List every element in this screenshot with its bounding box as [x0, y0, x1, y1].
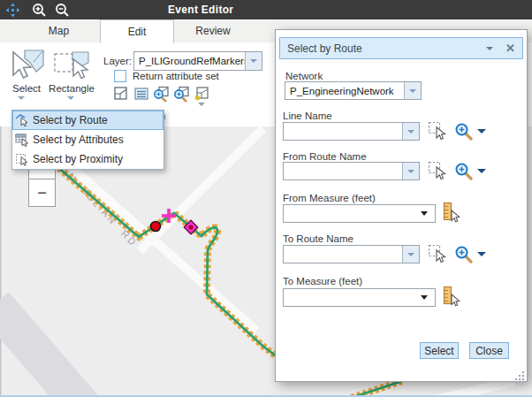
close-button[interactable]: Close — [469, 342, 509, 359]
from-route-zoom-icon[interactable] — [454, 162, 474, 181]
return-attribute-set-label: Return attribute set — [133, 71, 219, 81]
select-by-route-icon — [15, 113, 29, 127]
from-measure-label: From Measure (feet) — [283, 193, 376, 203]
layer-label: Layer: — [103, 56, 132, 66]
menu-item-select-by-attributes[interactable]: Select by Attributes — [12, 130, 163, 149]
to-measure-combo-caret[interactable] — [421, 295, 428, 300]
tab-map[interactable]: Map — [18, 19, 100, 42]
tab-edit-label: Edit — [128, 26, 147, 38]
from-route-select-on-map-icon[interactable] — [428, 161, 446, 181]
magenta-diamond-center — [188, 225, 193, 229]
zoom-to-selected-tool-icon[interactable] — [153, 86, 170, 103]
to-measure-label: To Measure (feet) — [283, 276, 362, 286]
line-name-combo[interactable] — [283, 122, 420, 141]
rectangle-tool-icon[interactable] — [51, 48, 92, 81]
app-title: Event Editor — [168, 4, 233, 16]
pan-icon[interactable] — [5, 3, 20, 18]
select-by-route-dialog: Select by Route ✕ Network P_EngineeringN… — [275, 29, 528, 382]
to-measure-combo[interactable] — [283, 288, 436, 307]
tab-review-label: Review — [195, 25, 230, 37]
from-measure-ruler-icon[interactable] — [442, 202, 460, 224]
network-combo[interactable]: P_EngineeringNetwork — [285, 81, 422, 100]
zoom-out-glyph: − — [37, 184, 47, 202]
attribute-list-tool-icon[interactable] — [133, 86, 149, 102]
to-route-zoom-caret[interactable] — [477, 252, 486, 256]
menu-item-select-by-route[interactable]: Select by Route — [12, 111, 163, 130]
menu-item-select-by-proximity[interactable]: Select by Proximity — [12, 149, 163, 169]
app-titlebar: Event Editor — [0, 0, 532, 19]
menu-item-label: Select by Route — [33, 114, 108, 126]
from-route-name-label: From Route Name — [283, 151, 367, 162]
select-confirm-label: Select — [424, 345, 453, 357]
select-by-proximity-icon — [15, 152, 29, 166]
tab-map-label: Map — [49, 25, 69, 37]
rectangle-button[interactable]: Rectangle — [44, 83, 99, 94]
zoom-out-icon[interactable] — [55, 3, 70, 18]
line-name-label: Line Name — [283, 111, 332, 121]
network-combo-arrow[interactable] — [404, 82, 421, 99]
from-route-name-combo[interactable] — [283, 162, 420, 180]
dialog-collapse-caret[interactable] — [486, 47, 493, 50]
selection-options-tool-icon[interactable] — [194, 86, 209, 102]
dialog-title: Select by Route — [280, 42, 486, 55]
to-route-zoom-icon[interactable] — [454, 245, 474, 264]
select-by-attributes-icon — [15, 133, 29, 147]
layer-combo[interactable]: P_ILIGroundRefMarkers — [133, 51, 262, 71]
to-route-name-combo[interactable] — [283, 245, 420, 263]
to-route-name-combo-arrow[interactable] — [402, 246, 419, 263]
line-name-zoom-caret[interactable] — [477, 129, 486, 134]
layer-combo-arrow[interactable] — [245, 52, 262, 70]
close-button-label: Close — [475, 345, 503, 357]
pan-to-selected-tool-icon[interactable] — [173, 86, 190, 103]
to-route-select-on-map-icon[interactable] — [428, 244, 446, 264]
map-zoom-out-button[interactable]: − — [28, 179, 56, 207]
dialog-resize-grip[interactable] — [516, 371, 525, 380]
line-name-combo-arrow[interactable] — [402, 123, 419, 140]
event-editor-app: N JULIAN RD + − — [0, 0, 532, 397]
line-name-zoom-icon[interactable] — [454, 122, 474, 141]
from-measure-combo-caret[interactable] — [421, 211, 428, 216]
menu-item-label: Select by Attributes — [33, 134, 124, 146]
to-route-name-label: To Route Name — [283, 233, 353, 244]
select-dropdown-caret[interactable] — [18, 96, 25, 100]
network-label: Network — [285, 71, 323, 81]
menu-item-label: Select by Proximity — [33, 153, 123, 165]
selection-options-caret[interactable] — [198, 103, 205, 106]
from-route-zoom-caret[interactable] — [477, 169, 486, 173]
select-confirm-button[interactable]: Select — [420, 342, 459, 359]
dialog-titlebar[interactable]: Select by Route ✕ — [279, 37, 523, 59]
tab-edit[interactable]: Edit — [100, 19, 174, 43]
polygon-select-tool-icon[interactable] — [113, 86, 129, 102]
line-name-select-on-map-icon[interactable] — [428, 121, 446, 141]
select-dropdown-menu: Select by Route Select by Attributes Sel… — [11, 110, 164, 170]
zoom-in-icon[interactable] — [32, 3, 47, 18]
to-measure-ruler-icon[interactable] — [442, 286, 460, 308]
layer-combo-value: P_ILIGroundRefMarkers — [134, 56, 245, 66]
rectangle-dropdown-caret[interactable] — [67, 96, 74, 100]
from-measure-combo[interactable] — [283, 204, 436, 223]
from-route-name-combo-arrow[interactable] — [402, 163, 419, 179]
dialog-close-icon[interactable]: ✕ — [505, 42, 515, 55]
select-tool-icon[interactable] — [7, 48, 46, 81]
tab-review[interactable]: Review — [174, 19, 252, 42]
red-dot-marker — [151, 222, 161, 232]
return-attribute-set-checkbox[interactable] — [114, 70, 126, 82]
network-combo-value: P_EngineeringNetwork — [285, 86, 404, 96]
